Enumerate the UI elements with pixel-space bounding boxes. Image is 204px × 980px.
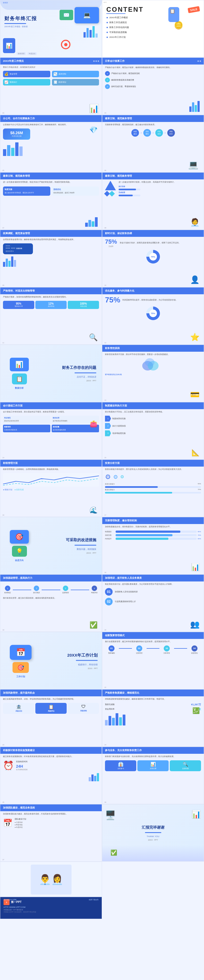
slide1-title: 财务年终汇报 (4, 15, 37, 22)
slide-7-left: 统筹调配、规范资金管理 合理安排资金使用计划，确保各项业务的资金需求得到及时满足… (0, 230, 102, 287)
slide11l-header: 制度建设和执行方面 (102, 402, 204, 409)
slide20-art-right: 📊 (191, 810, 201, 819)
slide-18-left: 严格财务制度建设，继续规范化 持续推进财务制度规范化建设，确保各项财务工作有章可… (102, 689, 204, 747)
slide1-tag: 财务部 (3, 2, 8, 4)
slide-7-right: 财时计划、保证财务协调 75% 完成率 资金计划执行良好，按期完成各项资金调配任… (102, 230, 204, 287)
slide3-header: 20XX年度工作情况 (0, 58, 102, 65)
slide-6-right: 建章立制、规范账务管理 进一步健全内部审计机制，对重点业务、高风险环节开展专项审… (102, 172, 204, 230)
slide1-left-deco: 📊 (3, 38, 15, 53)
slide-8-right: 优化服务、参与利润最大化 75% 利润贡献率同比提升，财务优化成效显著，为公司创… (102, 287, 204, 345)
slide7l-header: 统筹调配、规范资金管理 (0, 230, 102, 237)
slide-6-left: 建章立制、规范账务管理 进一步完善各项财务管理制度，制定并执行严格的审批流程，有… (0, 172, 102, 230)
slide18r-header: 积极探讨财务部应急预案建议 (0, 747, 102, 754)
slide17r-header: 加强风险管控，提升盈利机会 (0, 690, 102, 696)
slide2-list: ◆ 20XX年度工作概述 ◆ 财务工作完成情况 ◆ 财务工作存在的问题 ◆ 可采… (106, 16, 129, 39)
slide-9: 📊 📋 数据分析 财务工作存在的问题 总结不足，持续改进 20XX · PPT (0, 345, 102, 402)
slide14l-header: 完善管理制度，健全管控机制 (102, 517, 204, 524)
slide9-title-area: 财务工作存在的问题 总结不足，持续改进 20XX · PPT (62, 365, 96, 382)
slide19r-header: 加强团队建设，规范业务流程 (0, 804, 102, 811)
slide20-art-check: ✅ (111, 850, 117, 856)
slide10r-header: 会计基础工作方面 (0, 402, 102, 409)
slide8r-header: 优化服务、参与利润最大化 (102, 288, 204, 294)
slide1-bottom-tags: 财务管理 年度总结 (17, 52, 37, 55)
brand-url: HTTP://WWW.1PPT.COM (3, 906, 98, 908)
slide14r-header: 加强基础管理，提高执行力 (0, 575, 102, 581)
slide-19-right: 加强团队建设，规范业务流程 加强财务团队能力建设，规范业务操作流程，打造高效专业… (0, 804, 102, 862)
slide-15-left: 加强培训，提升财务人员业务素质 制定系统培训计划，提升团队整体素质，为公司财务管… (102, 574, 204, 632)
slide17l-header: 创新预算管理模式 (102, 632, 204, 639)
slide-5-right: 建章立制、规范账务管理 完善财务管理制度，规范报销流程，建立健全内部控制体系。 … (102, 115, 204, 172)
slide6l-header: 建章立制、规范账务管理 (0, 173, 102, 180)
slide-17-right: 加强风险管控，提升盈利机会 建立全面风险管理体系，识别、评估和控制各类财务风险，… (0, 689, 102, 747)
slide8l-header: 严格管控、对流支出控制等等 (0, 288, 102, 294)
slide-20-left: 🖥️ ✅ 汇报完毕谢谢 THANK YOU 20XX · PPT 📊 (102, 804, 204, 862)
slide-1: 财务部 财务年终汇报 20XX年度工作报告 · 财务部 📊 💻 (0, 0, 102, 57)
slide-14-right: 加强基础管理，提高执行力 1 标准制定 2 执行推进 3 (0, 574, 102, 632)
slide-5-left: 分公司、合作方结算账务工作 认真做好与分公司及合作方的往来账务核对工作，确保账账… (0, 115, 102, 172)
slide20-title-area: 汇报完毕谢谢 THANK YOU 20XX · PPT (131, 825, 175, 841)
slide1-title-area: 财务年终汇报 20XX年度工作报告 · 财务部 (4, 15, 37, 28)
slide5r-header: 建章立制、规范账务管理 (102, 115, 204, 122)
slide-11-right: 财税管理方面 税务管理需进一步精细化，合理利用税收优惠政策，降低税务风险。 ● … (0, 460, 102, 517)
slide16-art: 📅 🎯 工作计划 (3, 636, 38, 687)
slide-13: 🎯 💡 改进方向 可采取的改进措施 聚焦问题，精准施策 20XX · PPT (0, 517, 102, 574)
slide-8-left: 严格管控、对流支出控制等等 严格执行预算，加强对各项费用的审核和控制，确保各类支… (0, 287, 102, 345)
slide-10-left: 财务管控原因 财务管控体系尚不完善，部分环节存在管控漏洞，需要进一步强化制度建设… (102, 345, 204, 402)
slide-10-right: 会计基础工作方面 会计基础工作有待加强，部分原始凭证不规范，账务处理需要进一步规… (0, 402, 102, 460)
slide-3-right: 日常会计核算工作 严格执行会计准则，规范会计核算，确保财务数据的真实性、准确性和… (102, 57, 204, 115)
slide20-art-left: 🖥️ (105, 810, 116, 820)
slide2-page: PPT (104, 2, 107, 3)
slide18l-header: 严格财务制度建设，继续规范化 (102, 690, 204, 696)
slide2-content-title: CONTENT (106, 6, 144, 13)
slide-2: PPT CONTENT ◆ 20XX年度工作概述 ◆ 财务工作完成情况 ◆ 财务… (102, 0, 204, 57)
slide19l-header: 参与业务、充分发挥财务职责工作 (102, 747, 204, 754)
slide10l-header: 财务管控原因 (102, 345, 204, 352)
slide2-right-art: 🪙 SALE 📋 (168, 4, 201, 55)
slide3r-header: 日常会计核算工作 (102, 58, 204, 65)
slide1-art: 💻 ✉️ (58, 4, 99, 52)
slide20r-photo: 👨‍💼👩‍💼 (31, 865, 71, 894)
slide-14-left: 完善管理制度，健全管控机制 加快制度建设步伐，填补制度空白，完善内控机制，提高财… (102, 517, 204, 574)
slide-19-left: 参与业务、充分发挥财务职责工作 财务部门将深度参与业务决策，充分发挥财务支撑和监… (102, 747, 204, 804)
slide-11-left: 制度建设和执行方面 部分制度执行不到位，员工合规意识有待提高，需要加强培训和考核… (102, 402, 204, 460)
slide9-art: 📊 📋 数据分析 (3, 350, 36, 397)
slide-3-left: 20XX年度工作情况 整体工作稳步推进，各项指标完成良好 💰 资金管理 📉 成本… (0, 57, 102, 115)
slide-17-left: 创新预算管理模式 推行全面预算管理，建立科学的预算编制和执行监控体系，提高预算管… (102, 632, 204, 689)
slide7r-header: 财时计划、保证财务协调 (102, 230, 204, 237)
slide-20-right: 👨‍💼👩‍💼 1 第一PPT HTTP://WWW.1PPT.COM 本模板由第… (0, 862, 102, 919)
slide5l-header: 分公司、合作方结算账务工作 (0, 115, 102, 122)
slides-container: 财务部 财务年终汇报 20XX年度工作报告 · 财务部 📊 💻 (0, 0, 204, 919)
slide11r-header: 财税管理方面 (0, 460, 102, 466)
slide16-title-area: 20XX年工作计划 砥砺前行，再创佳绩 20XX · PPT (67, 652, 98, 669)
brand-desc: 本模板由第一PPT整理发布 (3, 909, 98, 911)
brand-note: 本模板仅供学习交流使用，请勿用于商业用途 (3, 911, 98, 913)
slide13-title-area: 可采取的改进措施 聚焦问题，精准施策 20XX · PPT (66, 538, 96, 554)
slide-12-left: 投资分析方面 投资分析能力有待提升，需引进专业人才或加强现有人员培训，为公司决策… (102, 460, 204, 517)
slide-16: 📅 🎯 工作计划 20XX年工作计划 砥砺前行，再创佳绩 20XX · PPT (0, 632, 102, 689)
slide3-content: 整体工作稳步推进，各项指标完成良好 💰 资金管理 📉 成本控制 📈 预算执行 (3, 66, 99, 113)
slide3r-content: 严格执行会计准则，规范会计核算，确保财务数据的真实性、准确性和完整性。 ✓ 严格… (105, 66, 201, 113)
slide6r-header: 建章立制、规范账务管理 (102, 173, 204, 180)
slide12l-header: 投资分析方面 (102, 460, 204, 466)
slide15l-header: 加强培训，提升财务人员业务素质 (102, 575, 204, 581)
slide1-subtitle: 20XX年度工作报告 · 财务部 (4, 25, 37, 28)
slide-18-right: 积极探讨财务部应急预案建议 建立财务应急预案机制，针对各类突发情况制定相应处置方… (0, 747, 102, 804)
slide13-art: 🎯 💡 改进方向 (3, 523, 36, 569)
